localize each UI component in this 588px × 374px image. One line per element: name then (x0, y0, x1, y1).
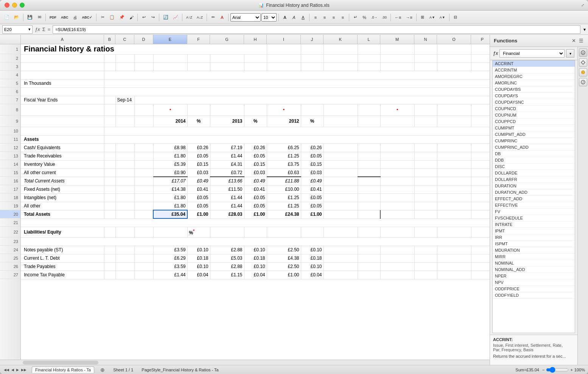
cell-g12[interactable]: £7.19 (210, 143, 244, 152)
cell-d12[interactable] (134, 143, 153, 152)
cell-l20[interactable] (358, 210, 380, 218)
cell-b27[interactable] (104, 271, 115, 279)
bold-button[interactable]: A (281, 13, 289, 22)
cell-b18[interactable] (104, 193, 115, 202)
color-fill-button[interactable]: A▼ (428, 13, 437, 22)
cell-d3[interactable] (134, 62, 153, 71)
cell-b9[interactable] (104, 115, 115, 127)
cell-e16[interactable]: £17.07 (153, 177, 187, 185)
cell-c2[interactable] (115, 54, 134, 62)
row-num-16[interactable]: 16 (0, 177, 20, 185)
cell-f27[interactable]: £0.04 (187, 271, 210, 279)
cell-c7[interactable]: Sep-14 (115, 96, 134, 104)
cell-k8[interactable] (324, 104, 358, 115)
cell-c3[interactable] (115, 62, 134, 71)
col-header-m[interactable]: M (380, 35, 414, 44)
cell-k26[interactable] (324, 262, 358, 271)
cell-c24[interactable] (115, 246, 134, 254)
cell-p14[interactable] (471, 160, 490, 168)
cell-o24[interactable] (437, 246, 471, 254)
close-button[interactable] (5, 3, 9, 8)
cell-j1[interactable] (301, 44, 324, 54)
cell-n24[interactable] (414, 246, 437, 254)
cell-c8[interactable] (115, 104, 134, 115)
cell-l24[interactable] (358, 246, 380, 254)
cell-b5[interactable] (104, 79, 490, 87)
cell-a11[interactable]: Assets (21, 135, 104, 143)
cell-m1[interactable] (380, 44, 414, 54)
cell-g25[interactable]: £5.03 (210, 254, 244, 262)
col-header-i[interactable]: I (267, 35, 301, 44)
equals-icon[interactable]: = (47, 26, 51, 32)
spellcheck-button[interactable]: ABC✓ (80, 13, 95, 22)
cell-o27[interactable] (437, 271, 471, 279)
cell-d24[interactable] (134, 246, 153, 254)
cell-a22[interactable]: Liabilities/ Equity (21, 227, 104, 237)
cell-b8[interactable] (104, 104, 115, 115)
cell-g19[interactable]: £1.44 (210, 202, 244, 210)
cell-h12[interactable]: £0.26 (244, 143, 267, 152)
cell-p25[interactable] (471, 254, 490, 262)
cell-m22[interactable] (380, 227, 414, 237)
cell-d18[interactable] (134, 193, 153, 202)
row-num-24[interactable]: 24 (0, 246, 20, 254)
cell-k20[interactable] (324, 210, 358, 218)
function-list-item[interactable]: ACCRINT (493, 61, 575, 67)
increase-indent-button[interactable]: →≡ (404, 13, 414, 22)
panel-side-btn-1[interactable]: A (579, 48, 587, 57)
cell-p20[interactable] (471, 210, 490, 218)
cell-a1[interactable]: Financial history & ratios (21, 44, 267, 54)
cell-g18[interactable]: £1.44 (210, 193, 244, 202)
cell-g24[interactable]: £2.88 (210, 246, 244, 254)
col-header-l[interactable]: L (358, 35, 380, 44)
cell-l8[interactable] (358, 104, 380, 115)
cell-c15[interactable] (115, 168, 134, 177)
cell-c26[interactable] (115, 262, 134, 271)
function-list-item[interactable]: COUPDAYSNC (493, 99, 575, 106)
cell-d20[interactable] (134, 210, 153, 218)
cell-g16[interactable]: £13.66 (210, 177, 244, 185)
cell-b3[interactable] (104, 62, 115, 71)
col-header-h[interactable]: H (244, 35, 267, 44)
function-list-item[interactable]: NPER (493, 273, 575, 279)
cell-p17[interactable] (471, 185, 490, 193)
cell-l18[interactable] (358, 193, 380, 202)
format-painter[interactable]: 🖌 (127, 13, 135, 22)
function-list-item[interactable]: CUMPRINC_ADD (493, 144, 575, 151)
cell-e18[interactable]: £1.80 (153, 193, 187, 202)
zoom-decrease-button[interactable]: − (542, 368, 544, 372)
function-list-item[interactable]: DURATION_ADD (493, 189, 575, 196)
function-list-item[interactable]: EFFECT_ADD (493, 196, 575, 202)
cell-h22[interactable] (244, 227, 267, 237)
cell-h20[interactable]: £1.00 (244, 210, 267, 218)
cell-e3[interactable] (153, 62, 187, 71)
cell-p16[interactable] (471, 177, 490, 185)
cell-j3[interactable] (301, 62, 324, 71)
cell-m27[interactable] (380, 271, 414, 279)
cell-k25[interactable] (324, 254, 358, 262)
last-tab-button[interactable]: ▶▶ (20, 368, 27, 372)
cell-j24[interactable]: £0.10 (301, 246, 324, 254)
panel-side-btn-4[interactable]: f (579, 78, 587, 86)
cell-f17[interactable]: £0.41 (187, 185, 210, 193)
col-header-o[interactable]: O (437, 35, 471, 44)
cell-i3[interactable] (267, 62, 301, 71)
cell-k16[interactable] (324, 177, 358, 185)
cell-g15[interactable]: £0.72 (210, 168, 244, 177)
cell-a20[interactable]: Total Assets (21, 210, 104, 218)
cell-d7[interactable] (134, 96, 490, 104)
save-button[interactable]: 💾 (25, 13, 34, 22)
cell-e13[interactable]: £1.80 (153, 152, 187, 160)
cell-o1[interactable] (437, 44, 471, 54)
function-list-item[interactable]: CUMPRINC (493, 138, 575, 144)
cell-b19[interactable] (104, 202, 115, 210)
cell-j9[interactable]: % (301, 115, 324, 127)
cell-c9[interactable] (115, 115, 134, 127)
function-list-item[interactable]: DDB (493, 157, 575, 164)
cell-k1[interactable] (324, 44, 358, 54)
cut-button[interactable]: ✂ (98, 13, 107, 22)
cell-n12[interactable] (414, 143, 437, 152)
row-num-13[interactable]: 13 (0, 152, 20, 160)
cell-a2[interactable] (21, 54, 104, 62)
cell-l14[interactable] (358, 160, 380, 168)
